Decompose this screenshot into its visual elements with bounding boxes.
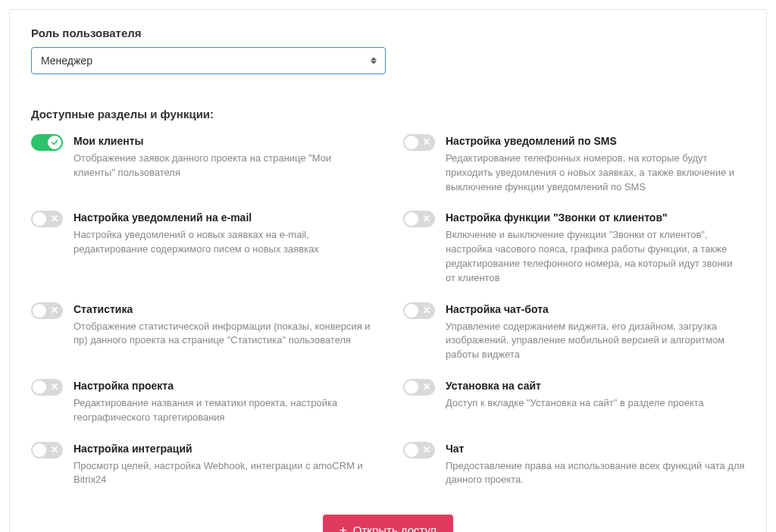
perm-row-integrations: Настройка интеграцийПросмотр целей, наст… [31,442,373,488]
perm-title-integrations: Настройка интеграций [74,442,373,456]
perm-title-install: Установка на сайт [446,379,745,393]
x-icon [423,138,430,147]
perm-body-chatbot: Настройка чат-ботаУправление содержанием… [446,302,745,362]
perm-desc-chatbot: Управление содержанием виджета, его диза… [446,320,745,363]
toggle-knob [33,443,46,457]
perm-body-install: Установка на сайтДоступ к вкладке "Устан… [446,379,745,411]
perm-body-sms-notify: Настройка уведомлений по SMSРедактирован… [446,134,745,194]
open-access-button[interactable]: + Открыть доступ [323,515,453,532]
x-icon [51,214,58,224]
open-access-label: Открыть доступ [353,524,436,532]
toggle-knob [405,212,418,226]
perm-title-client-calls: Настройка функции "Звонки от клиентов" [446,211,745,225]
perm-title-project-settings: Настройка проекта [74,379,373,393]
perm-body-chat: ЧатПредоставление права на использование… [446,442,745,488]
perm-desc-project-settings: Редактирование названия и тематики проек… [74,396,373,425]
toggle-client-calls[interactable] [403,211,435,227]
perm-body-email-notify: Настройка уведомлений на e-mailНастройка… [74,211,373,257]
plus-icon: + [340,524,347,532]
toggle-knob [405,304,418,318]
perm-body-client-calls: Настройка функции "Звонки от клиентов"Вк… [446,211,745,285]
toggle-my-clients[interactable] [31,134,63,151]
role-select-wrap: Менеджер [31,47,386,74]
permissions-panel: Роль пользователя Менеджер Доступные раз… [9,9,767,532]
toggle-email-notify[interactable] [31,211,63,227]
perm-row-sms-notify: Настройка уведомлений по SMSРедактирован… [403,134,745,194]
toggle-knob [33,304,46,318]
toggle-knob [405,380,418,394]
toggle-knob [405,443,418,457]
perm-desc-integrations: Просмотр целей, настройка Webhook, интег… [74,459,373,488]
toggle-integrations[interactable] [31,442,63,458]
perm-row-chatbot: Настройка чат-ботаУправление содержанием… [403,302,745,362]
toggle-knob [33,380,46,394]
x-icon [423,306,430,315]
perm-row-my-clients: Мои клиентыОтображение заявок данного пр… [31,134,373,194]
perm-desc-install: Доступ к вкладке "Установка на сайт" в р… [446,396,745,411]
x-icon [423,383,430,392]
perm-title-my-clients: Мои клиенты [74,134,373,149]
perm-row-install: Установка на сайтДоступ к вкладке "Устан… [403,379,745,425]
toggle-chat[interactable] [403,442,435,458]
submit-row: + Открыть доступ [31,515,745,532]
perm-title-chat: Чат [446,442,745,456]
perm-row-statistics: СтатистикаОтображение статистической инф… [31,302,373,362]
perm-desc-email-notify: Настройка уведомлений о новых заявках на… [74,228,373,257]
permissions-grid: Мои клиентыОтображение заявок данного пр… [31,134,745,487]
x-icon [423,214,430,224]
toggle-install[interactable] [403,379,435,396]
x-icon [51,446,58,455]
toggle-sms-notify[interactable] [403,134,435,151]
x-icon [51,383,58,392]
toggle-knob [405,136,418,149]
perm-desc-my-clients: Отображение заявок данного проекта на ст… [74,152,373,180]
perm-title-statistics: Статистика [74,302,373,317]
perm-body-project-settings: Настройка проектаРедактирование названия… [74,379,373,425]
perm-desc-sms-notify: Редактирование телефонных номеров, на ко… [446,152,745,195]
perm-row-chat: ЧатПредоставление права на использование… [403,442,745,488]
role-label: Роль пользователя [31,27,745,39]
perm-desc-statistics: Отображение статистической информации (п… [74,320,373,349]
section-title: Доступные разделы и функции: [31,108,745,120]
toggle-knob [33,212,46,226]
perm-body-integrations: Настройка интеграцийПросмотр целей, наст… [74,442,373,488]
perm-desc-client-calls: Включение и выключение функции "Звонки о… [446,228,745,285]
perm-row-client-calls: Настройка функции "Звонки от клиентов"Вк… [403,211,745,285]
x-icon [423,446,430,455]
perm-body-my-clients: Мои клиентыОтображение заявок данного пр… [74,134,373,180]
perm-desc-chat: Предоставление права на использование вс… [446,459,745,488]
perm-row-project-settings: Настройка проектаРедактирование названия… [31,379,373,425]
perm-title-chatbot: Настройка чат-бота [446,302,745,317]
check-icon [48,136,61,149]
perm-body-statistics: СтатистикаОтображение статистической инф… [74,302,373,349]
toggle-chatbot[interactable] [403,302,435,319]
role-select[interactable]: Менеджер [31,47,386,74]
perm-title-sms-notify: Настройка уведомлений по SMS [446,134,745,149]
perm-title-email-notify: Настройка уведомлений на e-mail [74,211,373,225]
x-icon [51,306,58,315]
toggle-project-settings[interactable] [31,379,63,396]
toggle-statistics[interactable] [31,302,63,319]
perm-row-email-notify: Настройка уведомлений на e-mailНастройка… [31,211,373,285]
